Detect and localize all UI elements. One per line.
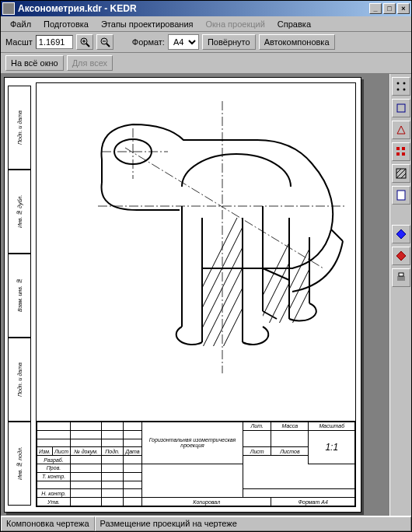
side-toolbar <box>389 74 411 516</box>
zoom-out-button[interactable] <box>96 34 113 50</box>
svg-rect-56 <box>399 273 403 276</box>
svg-marker-53 <box>396 229 406 239</box>
svg-line-5 <box>106 44 110 47</box>
drawing-sheet: Подп. и дата Инв. № дубл. Взам. инв. № П… <box>4 77 361 513</box>
side-cell-5: Инв. № подл. <box>8 422 31 506</box>
svg-line-1 <box>86 44 89 47</box>
svg-point-42 <box>403 89 406 91</box>
svg-line-50 <box>396 169 406 178</box>
body-icon <box>395 102 407 114</box>
app-icon <box>2 2 15 15</box>
side-tool-dots[interactable] <box>392 77 410 96</box>
app-window: Аксонометрия.kdr - KEDR _ □ × Файл Подго… <box>0 0 412 532</box>
side-cell-4: Подп. и дата <box>8 338 31 422</box>
menu-file[interactable]: Файл <box>4 18 37 30</box>
svg-point-40 <box>403 82 406 85</box>
svg-line-28 <box>185 218 247 342</box>
side-tool-body[interactable] <box>392 99 410 117</box>
side-tool-hatch[interactable] <box>392 164 410 183</box>
side-tool-red[interactable] <box>392 247 410 265</box>
scale-label: Масшт <box>5 37 33 47</box>
zoom-out-icon <box>100 37 110 47</box>
svg-marker-54 <box>396 251 406 261</box>
side-tool-blue[interactable] <box>392 225 410 243</box>
maximize-button[interactable]: □ <box>383 3 396 14</box>
svg-point-39 <box>397 82 400 85</box>
side-tool-print[interactable] <box>392 268 410 287</box>
window-title: Аксонометрия.kdr - KEDR <box>18 3 368 14</box>
close-button[interactable]: × <box>397 3 410 14</box>
zoom-in-icon <box>79 37 90 47</box>
side-tool-grid[interactable] <box>392 142 410 161</box>
diamond-blue-icon <box>395 228 407 240</box>
svg-point-41 <box>397 89 400 91</box>
isometric-drawing <box>44 86 354 397</box>
svg-line-33 <box>247 233 294 327</box>
svg-rect-44 <box>396 147 400 150</box>
grid-icon <box>395 145 407 158</box>
svg-line-29 <box>179 210 241 334</box>
svg-rect-55 <box>397 276 405 281</box>
diamond-red-icon <box>395 250 407 262</box>
printer-icon <box>395 271 407 284</box>
tb-caption: Горизонтальная изометрическая проекция <box>142 422 243 464</box>
toolbar-1: Масшт Формат: A4 Повёрнуто Автокомпоновк… <box>1 32 411 53</box>
svg-line-32 <box>260 249 306 342</box>
menu-stages[interactable]: Этапы проектирования <box>95 18 200 30</box>
side-tool-page[interactable] <box>392 186 410 205</box>
svg-line-51 <box>401 173 406 178</box>
format-label: Формат: <box>132 37 165 47</box>
stand-icon <box>395 124 407 136</box>
side-cell-1: Подп. и дата <box>8 86 31 170</box>
svg-rect-52 <box>397 191 405 200</box>
for-all-button[interactable]: Для всех <box>67 55 113 71</box>
title-block: Горизонтальная изометрическая проекцияЛи… <box>37 421 355 506</box>
svg-line-49 <box>396 169 401 173</box>
menu-proj-windows[interactable]: Окна проекций <box>200 18 271 30</box>
dots-icon <box>395 80 407 93</box>
side-stamp: Подп. и дата Инв. № дубл. Взам. инв. № П… <box>8 86 31 506</box>
status-cell-1: Компоновка чертежа <box>1 516 95 531</box>
format-select[interactable]: A4 <box>168 34 199 50</box>
menu-prep[interactable]: Подготовка <box>37 18 95 30</box>
svg-line-13 <box>331 229 343 241</box>
menu-help[interactable]: Справка <box>271 18 317 30</box>
toolbar-2: На всё окно Для всех <box>1 53 411 74</box>
menubar: Файл Подготовка Этапы проектирования Окн… <box>1 16 411 32</box>
canvas-area[interactable]: Подп. и дата Инв. № дубл. Взам. инв. № П… <box>1 74 389 516</box>
side-cell-3: Взам. инв. № <box>8 254 31 338</box>
autolayout-button[interactable]: Автокомпоновка <box>259 34 335 50</box>
fit-window-button[interactable]: На всё окно <box>5 55 64 71</box>
svg-line-26 <box>204 241 266 366</box>
rotated-button[interactable]: Повёрнуто <box>202 34 256 50</box>
side-cell-2: Инв. № дубл. <box>8 170 31 254</box>
hatch-icon <box>395 167 407 180</box>
statusbar: Компоновка чертежа Размещение проекций н… <box>1 516 411 531</box>
minimize-button[interactable]: _ <box>369 3 382 14</box>
svg-rect-46 <box>396 152 400 156</box>
workspace: Подп. и дата Инв. № дубл. Взам. инв. № П… <box>1 74 411 516</box>
svg-rect-47 <box>402 152 405 156</box>
zoom-in-button[interactable] <box>76 34 93 50</box>
page-icon <box>395 189 407 201</box>
side-tool-stand[interactable] <box>392 121 410 139</box>
scale-input[interactable] <box>36 35 73 49</box>
svg-line-9 <box>125 148 323 268</box>
svg-rect-43 <box>397 104 405 112</box>
status-cell-2: Размещение проекций на чертеже <box>95 516 411 531</box>
titlebar: Аксонометрия.kdr - KEDR _ □ × <box>1 1 411 16</box>
svg-line-25 <box>197 233 260 358</box>
svg-rect-45 <box>402 147 405 150</box>
